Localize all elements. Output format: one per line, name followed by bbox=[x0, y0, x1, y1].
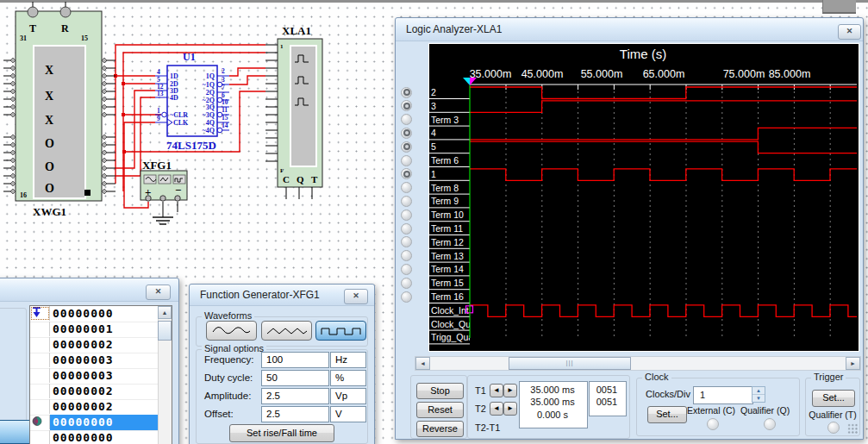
word-value: 00000000 bbox=[50, 306, 158, 322]
xla1-label: XLA1 bbox=[282, 24, 311, 37]
marker-cell bbox=[30, 430, 50, 444]
word-row[interactable]: 00000000 bbox=[30, 430, 158, 444]
clock-qualifier-indicator[interactable] bbox=[764, 418, 776, 430]
t2-right-arrow-button[interactable]: ► bbox=[503, 402, 517, 416]
terminal-t bbox=[28, 7, 38, 17]
svg-text:~3Q: ~3Q bbox=[203, 111, 215, 119]
trigger-set-button[interactable]: Set... bbox=[812, 390, 855, 407]
chip-u1-74ls175d[interactable]: U1 74LS175D 41D52D123D134D1~CLR9CLK21Q3~… bbox=[155, 51, 229, 152]
channel-indicator bbox=[401, 87, 412, 98]
t2-left-arrow-button[interactable]: ◄ bbox=[490, 402, 503, 416]
svg-text:R: R bbox=[61, 22, 69, 34]
clocks-per-div-input[interactable]: 1 bbox=[693, 386, 753, 404]
position-arrow-icon bbox=[30, 306, 43, 319]
t1-left-arrow-button[interactable]: ◄ bbox=[490, 384, 503, 397]
logic-analyzer-window[interactable]: Logic Analyzer-XLA1 ✕ Time (s)35.000m45.… bbox=[395, 17, 864, 440]
wire bbox=[229, 68, 265, 76]
amplitude-label: Amplitude: bbox=[204, 391, 251, 401]
scroll-up-icon[interactable]: ▲ bbox=[158, 306, 172, 319]
spin-up-icon[interactable]: ▲ bbox=[752, 387, 765, 395]
duty-cycle-input[interactable]: 50 bbox=[261, 370, 329, 386]
word-value: 00000002 bbox=[50, 399, 158, 415]
u1-ref: U1 bbox=[183, 51, 196, 63]
xfg1-common-terminal bbox=[160, 196, 165, 201]
t1-time-value: 35.000 ms bbox=[520, 385, 585, 395]
triangle-wave-button[interactable] bbox=[261, 321, 312, 341]
svg-text:X: X bbox=[45, 114, 53, 127]
svg-text:4Q: 4Q bbox=[206, 119, 215, 127]
xfg1-plus-terminal bbox=[146, 196, 151, 201]
word-pattern-list[interactable]: 0000000000000001000000020000000300000003… bbox=[29, 305, 172, 444]
t2-time-value: 35.000 ms bbox=[520, 397, 585, 407]
word-row[interactable]: 00000002 bbox=[30, 337, 158, 353]
clock-group: Clock Clocks/Div 1 ▲▼ Set... External (C… bbox=[636, 378, 800, 436]
word-row[interactable]: 00000000 bbox=[30, 415, 158, 431]
word-row[interactable]: 00000002 bbox=[30, 399, 158, 416]
offset-unit[interactable]: V bbox=[330, 406, 366, 422]
external-clock-indicator[interactable] bbox=[707, 418, 719, 430]
trigger-qualifier-indicator[interactable] bbox=[827, 422, 840, 434]
display-hscrollbar[interactable]: ◄ ► ||| bbox=[415, 356, 861, 371]
word-value: 00000003 bbox=[50, 368, 158, 384]
svg-text:11: 11 bbox=[222, 106, 228, 114]
square-wave-button[interactable] bbox=[315, 321, 366, 341]
svg-text:4: 4 bbox=[157, 68, 160, 76]
logic-analyzer-xla1-symbol[interactable]: XLA1 1 F C Q T bbox=[265, 24, 322, 199]
wordgen-partial-button[interactable] bbox=[0, 420, 33, 444]
reset-button[interactable]: Reset bbox=[416, 402, 464, 418]
position-marker-cell bbox=[30, 306, 50, 321]
sine-wave-button[interactable] bbox=[206, 321, 257, 341]
xfg1-minus-terminal bbox=[175, 196, 180, 201]
wordlist-scrollbar[interactable]: ▲ bbox=[158, 306, 172, 444]
function-generator-window[interactable]: Function Generator-XFG1 ✕ Waveforms Sign… bbox=[189, 284, 375, 444]
scroll-right-icon[interactable]: ► bbox=[846, 357, 860, 370]
svg-text:31: 31 bbox=[20, 34, 27, 42]
frequency-input[interactable]: 100 bbox=[261, 352, 329, 368]
waveform-trace bbox=[470, 169, 857, 181]
word-row[interactable]: 00000003 bbox=[30, 368, 158, 385]
word-row[interactable]: 00000003 bbox=[30, 353, 158, 369]
amplitude-unit[interactable]: Vp bbox=[330, 388, 366, 404]
square-icon bbox=[316, 322, 365, 340]
channel-indicator bbox=[401, 278, 412, 289]
clock-group-label: Clock bbox=[642, 372, 671, 382]
channel-label: Term 3 bbox=[431, 115, 459, 125]
channel-indicator bbox=[401, 236, 412, 247]
channel-indicator bbox=[401, 196, 412, 207]
word-generator-window[interactable]: ✕ 00000000000000010000000200000003000000… bbox=[0, 278, 179, 444]
u1-part: 74LS175D bbox=[166, 139, 216, 152]
word-generator-xwg1[interactable]: T R 31 15 X X X O O O 16 XWG1 bbox=[3, 2, 116, 218]
clock-set-button[interactable]: Set... bbox=[647, 406, 687, 423]
t1-label: T1 bbox=[475, 385, 486, 396]
close-icon[interactable]: ✕ bbox=[344, 289, 368, 304]
spin-down-icon[interactable]: ▼ bbox=[752, 395, 765, 402]
frequency-unit[interactable]: Hz bbox=[330, 352, 366, 368]
svg-text:14: 14 bbox=[222, 122, 228, 129]
channel-label: Clock_Int bbox=[431, 305, 469, 316]
reverse-button[interactable]: Reverse bbox=[416, 421, 464, 437]
marker-cell bbox=[30, 368, 50, 383]
stop-button[interactable]: Stop bbox=[416, 383, 464, 399]
marker-cell bbox=[30, 353, 50, 367]
duty-cycle-unit[interactable]: % bbox=[330, 370, 366, 386]
amplitude-input[interactable]: 2.5 bbox=[261, 388, 329, 404]
word-row[interactable]: 00000002 bbox=[30, 384, 158, 400]
channel-indicator bbox=[401, 100, 412, 111]
scroll-left-icon[interactable]: ◄ bbox=[415, 357, 430, 370]
word-value: 00000000 bbox=[50, 415, 158, 430]
close-icon[interactable]: ✕ bbox=[146, 285, 171, 300]
offset-input[interactable]: 2.5 bbox=[261, 406, 329, 422]
resize-grip[interactable] bbox=[847, 423, 859, 435]
wordlist-scroll-thumb[interactable] bbox=[158, 321, 172, 341]
function-generator-xfg1-symbol[interactable]: XFG1 + − bbox=[141, 159, 187, 224]
set-rise-fall-button[interactable]: Set rise/Fall time bbox=[229, 424, 334, 442]
word-row[interactable]: 00000001 bbox=[30, 322, 158, 338]
word-row[interactable]: 00000000 bbox=[30, 306, 158, 322]
display-scroll-thumb[interactable]: ||| bbox=[509, 357, 631, 370]
clocks-per-div-stepper[interactable]: ▲▼ bbox=[752, 386, 765, 403]
waveform-trace bbox=[470, 141, 857, 153]
t1-right-arrow-button[interactable]: ► bbox=[503, 384, 517, 397]
close-icon[interactable]: ✕ bbox=[838, 24, 861, 40]
svg-text:7: 7 bbox=[222, 84, 225, 91]
wire bbox=[116, 91, 155, 168]
